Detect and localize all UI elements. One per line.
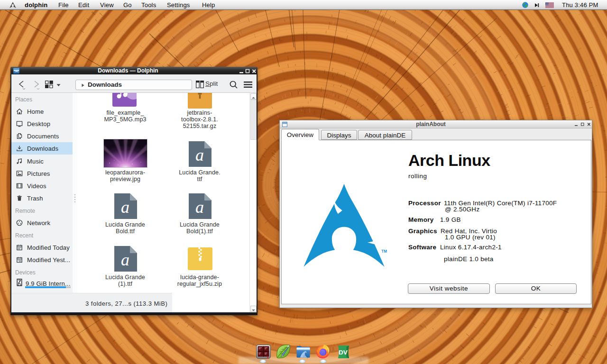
svg-text:a: a [121,198,129,217]
svg-text:a: a [195,198,204,217]
svg-text:TM: TM [381,249,387,254]
svg-text:a: a [121,250,129,269]
svg-text:a: a [195,146,204,164]
svg-text:DV: DV [339,349,348,356]
